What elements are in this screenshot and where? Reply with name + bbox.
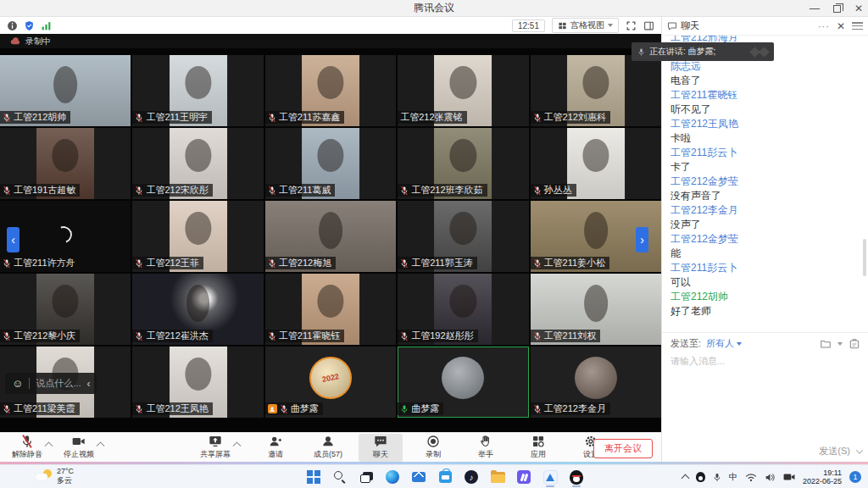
- security-shield-icon[interactable]: [24, 20, 35, 31]
- toolbar-button-chat[interactable]: 聊天: [359, 434, 403, 462]
- toolbar-button-invite[interactable]: 邀请: [253, 434, 298, 462]
- restore-button[interactable]: [833, 5, 841, 13]
- chat-more-icon[interactable]: ···: [818, 21, 830, 31]
- start-taskbar-icon[interactable]: [305, 469, 322, 485]
- wifi-icon[interactable]: [745, 473, 757, 482]
- participant-tile[interactable]: 工管192赵彤彤: [398, 274, 528, 345]
- qq-taskbar-icon[interactable]: [568, 469, 585, 485]
- quick-chat-placeholder[interactable]: 说点什么...: [36, 377, 81, 390]
- participant-name-tag: 工管212梅旭: [265, 257, 336, 269]
- mic-muted-icon: [533, 404, 542, 414]
- close-button[interactable]: ✕: [854, 0, 863, 17]
- clock[interactable]: 19:112022-06-25: [803, 469, 842, 485]
- view-mode-selector[interactable]: 宫格视图: [552, 18, 619, 33]
- meeting-info-icon[interactable]: [7, 20, 18, 31]
- side-panel-toggle-icon[interactable]: [643, 20, 654, 31]
- mic-muted-icon: [3, 258, 11, 269]
- participant-tile[interactable]: 工管212黎小庆: [0, 274, 131, 345]
- meeting-taskbar-icon[interactable]: [542, 469, 559, 485]
- ime-indicator[interactable]: 中: [729, 471, 737, 483]
- capcut-taskbar-icon[interactable]: [515, 469, 532, 485]
- chat-input[interactable]: 请输入消息...: [662, 352, 868, 432]
- toolbar-button-members[interactable]: 成员(57): [306, 434, 350, 462]
- notification-badge[interactable]: 1: [849, 471, 861, 483]
- participant-tile[interactable]: 工管212梅旭: [265, 201, 396, 272]
- mic-muted-icon: [3, 186, 11, 196]
- participant-tile[interactable]: 工管212崔洪杰: [132, 274, 263, 345]
- microphone-tray-icon[interactable]: [713, 472, 721, 483]
- participant-name: 工管212黎小庆: [14, 330, 75, 342]
- folder-taskbar-icon[interactable]: [489, 469, 506, 485]
- emoji-icon[interactable]: ☺: [12, 378, 23, 389]
- toolbar-button-raise-hand[interactable]: 举手: [464, 434, 508, 462]
- minimize-button[interactable]: —: [810, 0, 820, 17]
- network-signal-icon[interactable]: [41, 20, 52, 31]
- next-page-arrow[interactable]: ›: [636, 227, 648, 252]
- participant-tile[interactable]: 工管212宋欣彤: [132, 128, 263, 199]
- participant-tile[interactable]: 工管212王菲: [132, 201, 263, 272]
- participant-tile[interactable]: 工管191古超敏: [0, 128, 131, 199]
- leave-meeting-button[interactable]: 离开会议: [593, 439, 653, 458]
- volume-icon[interactable]: [765, 473, 776, 482]
- participant-tile[interactable]: 工管212王凤艳: [132, 347, 263, 418]
- send-to-selector[interactable]: 所有人: [706, 337, 742, 350]
- recording-tray-icon[interactable]: [783, 473, 795, 481]
- search-taskbar-icon[interactable]: [331, 469, 348, 485]
- participant-tile[interactable]: 工管211霍晓钰: [265, 274, 396, 345]
- person-silhouette: [185, 212, 211, 245]
- quick-chat-bubble[interactable]: ☺ 说点什么... ‹: [5, 373, 97, 394]
- toolbar-button-label: 成员(57): [314, 449, 342, 460]
- participant-tile[interactable]: 工管211苏嘉鑫: [265, 55, 396, 126]
- hidden-icons-chevron[interactable]: [682, 474, 690, 483]
- participant-name: 工管212王菲: [146, 257, 198, 269]
- file-transfer-icon[interactable]: [820, 338, 832, 350]
- participant-tile[interactable]: 工管212班李欣茹: [398, 128, 528, 199]
- participant-tile[interactable]: 工管211许方舟: [0, 201, 131, 272]
- mail-taskbar-icon[interactable]: [410, 469, 427, 485]
- send-button[interactable]: 发送(S): [819, 445, 850, 458]
- recording-banner: 录制中: [0, 34, 661, 48]
- participant-tile[interactable]: 孙丛丛: [531, 128, 661, 199]
- participant-tile[interactable]: 工管212胡帅: [0, 55, 131, 126]
- person-silhouette: [450, 139, 476, 172]
- active-speaker-label: 正在讲话: 曲梦露;: [649, 46, 715, 58]
- participant-name-tag: 工管212王菲: [132, 257, 203, 269]
- meeting-duration: 12:51: [512, 19, 545, 32]
- fullscreen-icon[interactable]: [626, 20, 637, 31]
- chat-message-list[interactable]: 工管212邢海月陈志远电音了工管211霍晓钰听不见了工管212王凤艳卡啦工管21…: [662, 36, 868, 332]
- prev-page-arrow[interactable]: ‹: [7, 227, 19, 252]
- weather-widget[interactable]: 27°C多云: [36, 467, 74, 485]
- toolbar-button-camera[interactable]: 停止视频: [57, 434, 101, 462]
- send-options-chevron[interactable]: [856, 446, 863, 453]
- music-taskbar-icon[interactable]: ♪: [463, 469, 480, 485]
- task-view-taskbar-icon[interactable]: [358, 469, 375, 485]
- screenshot-icon[interactable]: [849, 338, 860, 350]
- store-taskbar-icon[interactable]: [437, 469, 453, 485]
- toolbar-button-record[interactable]: 录制: [411, 434, 455, 462]
- toolbar-button-apps[interactable]: 应用: [516, 434, 560, 462]
- person-silhouette: [317, 66, 343, 99]
- participant-tile[interactable]: 工管211王明宇: [132, 55, 263, 126]
- view-mode-label: 宫格视图: [570, 19, 604, 31]
- panel-menu-icon[interactable]: [852, 21, 863, 30]
- mic-muted-icon: [3, 331, 11, 341]
- participant-tile[interactable]: 工管212刘惠科: [531, 55, 661, 126]
- edge-taskbar-icon[interactable]: [384, 469, 401, 485]
- toolbar-button-mic-off[interactable]: 解除静音: [5, 434, 49, 462]
- qq-tray-icon[interactable]: [696, 472, 705, 482]
- chat-message-text: 卡了: [670, 160, 860, 175]
- participant-tile[interactable]: 工管212李金月: [531, 347, 661, 418]
- participant-tile[interactable]: 工管211葛威: [265, 128, 396, 199]
- toolbar-button-share-screen[interactable]: 共享屏幕: [193, 434, 237, 462]
- chevron-down-icon[interactable]: [837, 342, 843, 346]
- chat-close-icon[interactable]: ✕: [837, 20, 845, 32]
- participant-name: 工管211葛威: [279, 184, 331, 197]
- participant-tile[interactable]: 工管211刘权: [531, 274, 661, 345]
- chat-scrollbar[interactable]: [863, 239, 866, 276]
- collapse-icon[interactable]: ‹: [86, 378, 90, 390]
- participant-tile[interactable]: 曲梦露: [398, 347, 528, 418]
- participant-tile[interactable]: 工管212张震铭: [398, 55, 528, 126]
- participant-tile[interactable]: 2022曲梦露: [265, 347, 396, 418]
- mic-muted-icon: [268, 258, 276, 269]
- participant-tile[interactable]: 工管211郭玉涛: [398, 201, 528, 272]
